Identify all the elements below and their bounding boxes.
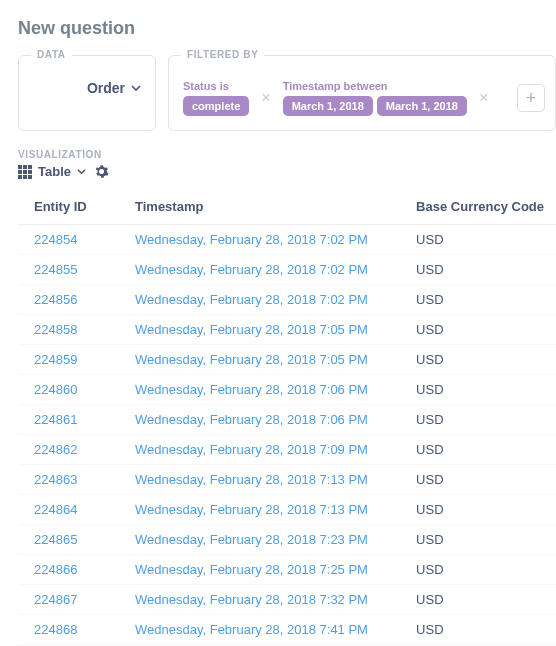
cell-timestamp[interactable]: Wednesday, February 28, 2018 7:25 PM (119, 555, 400, 585)
cell-entity-id[interactable]: 224856 (18, 285, 119, 315)
svg-rect-8 (28, 175, 32, 179)
cell-entity-id[interactable]: 224867 (18, 585, 119, 615)
cell-currency: USD (400, 465, 556, 495)
filter-caption: Status is (183, 80, 249, 92)
cell-currency: USD (400, 405, 556, 435)
cell-currency: USD (400, 285, 556, 315)
svg-rect-5 (28, 170, 32, 174)
cell-entity-id[interactable]: 224865 (18, 525, 119, 555)
chevron-down-icon (131, 83, 141, 93)
filter-caption: Timestamp between (283, 80, 467, 92)
table-row: 224865Wednesday, February 28, 2018 7:23 … (18, 525, 556, 555)
svg-rect-6 (18, 175, 22, 179)
remove-filter-icon[interactable]: × (259, 89, 272, 107)
column-header-entity-id[interactable]: Entity ID (18, 189, 119, 225)
table-row: 224864Wednesday, February 28, 2018 7:13 … (18, 495, 556, 525)
cell-entity-id[interactable]: 224858 (18, 315, 119, 345)
cell-currency: USD (400, 225, 556, 255)
page-title: New question (18, 18, 556, 39)
table-row: 224859Wednesday, February 28, 2018 7:05 … (18, 345, 556, 375)
visualization-type-select[interactable]: Table (18, 164, 86, 179)
filter-status[interactable]: Status is complete (183, 80, 249, 116)
cell-timestamp[interactable]: Wednesday, February 28, 2018 7:23 PM (119, 525, 400, 555)
add-filter-button[interactable]: + (517, 84, 545, 112)
cell-currency: USD (400, 495, 556, 525)
table-row: 224868Wednesday, February 28, 2018 7:41 … (18, 615, 556, 645)
svg-rect-7 (23, 175, 27, 179)
cell-currency: USD (400, 345, 556, 375)
cell-entity-id[interactable]: 224859 (18, 345, 119, 375)
cell-currency: USD (400, 255, 556, 285)
cell-entity-id[interactable]: 224862 (18, 435, 119, 465)
cell-timestamp[interactable]: Wednesday, February 28, 2018 7:09 PM (119, 435, 400, 465)
filter-pill[interactable]: complete (183, 96, 249, 116)
cell-entity-id[interactable]: 224864 (18, 495, 119, 525)
column-header-currency[interactable]: Base Currency Code (400, 189, 556, 225)
data-section-label: DATA (31, 49, 72, 60)
table-row: 224855Wednesday, February 28, 2018 7:02 … (18, 255, 556, 285)
cell-timestamp[interactable]: Wednesday, February 28, 2018 7:41 PM (119, 615, 400, 645)
table-row: 224866Wednesday, February 28, 2018 7:25 … (18, 555, 556, 585)
cell-timestamp[interactable]: Wednesday, February 28, 2018 7:05 PM (119, 315, 400, 345)
table-row: 224854Wednesday, February 28, 2018 7:02 … (18, 225, 556, 255)
cell-entity-id[interactable]: 224854 (18, 225, 119, 255)
cell-entity-id[interactable]: 224855 (18, 255, 119, 285)
cell-currency: USD (400, 315, 556, 345)
results-table: Entity ID Timestamp Base Currency Code 2… (18, 189, 556, 646)
cell-entity-id[interactable]: 224860 (18, 375, 119, 405)
cell-currency: USD (400, 585, 556, 615)
cell-timestamp[interactable]: Wednesday, February 28, 2018 7:32 PM (119, 585, 400, 615)
filter-section-label: FILTERED BY (181, 49, 264, 60)
svg-rect-1 (23, 165, 27, 169)
filter-section: FILTERED BY Status is complete × Timesta… (168, 55, 556, 131)
cell-currency: USD (400, 555, 556, 585)
cell-timestamp[interactable]: Wednesday, February 28, 2018 7:05 PM (119, 345, 400, 375)
cell-timestamp[interactable]: Wednesday, February 28, 2018 7:06 PM (119, 375, 400, 405)
data-source-value: Order (87, 80, 125, 96)
svg-rect-0 (18, 165, 22, 169)
svg-rect-2 (28, 165, 32, 169)
cell-entity-id[interactable]: 224861 (18, 405, 119, 435)
cell-timestamp[interactable]: Wednesday, February 28, 2018 7:13 PM (119, 465, 400, 495)
cell-timestamp[interactable]: Wednesday, February 28, 2018 7:13 PM (119, 495, 400, 525)
cell-entity-id[interactable]: 224863 (18, 465, 119, 495)
column-header-timestamp[interactable]: Timestamp (119, 189, 400, 225)
filter-pill[interactable]: March 1, 2018 (283, 96, 373, 116)
cell-currency: USD (400, 615, 556, 645)
visualization-label: VISUALIZATION (18, 149, 556, 160)
table-icon (18, 165, 32, 179)
cell-currency: USD (400, 525, 556, 555)
table-row: 224861Wednesday, February 28, 2018 7:06 … (18, 405, 556, 435)
table-row: 224863Wednesday, February 28, 2018 7:13 … (18, 465, 556, 495)
table-row: 224856Wednesday, February 28, 2018 7:02 … (18, 285, 556, 315)
data-source-select[interactable]: Order (33, 80, 141, 96)
cell-entity-id[interactable]: 224866 (18, 555, 119, 585)
table-row: 224858Wednesday, February 28, 2018 7:05 … (18, 315, 556, 345)
cell-timestamp[interactable]: Wednesday, February 28, 2018 7:06 PM (119, 405, 400, 435)
gear-icon (94, 164, 109, 179)
cell-currency: USD (400, 375, 556, 405)
table-row: 224860Wednesday, February 28, 2018 7:06 … (18, 375, 556, 405)
cell-timestamp[interactable]: Wednesday, February 28, 2018 7:02 PM (119, 285, 400, 315)
data-section: DATA Order (18, 55, 156, 131)
plus-icon: + (526, 88, 537, 109)
table-row: 224867Wednesday, February 28, 2018 7:32 … (18, 585, 556, 615)
cell-timestamp[interactable]: Wednesday, February 28, 2018 7:02 PM (119, 255, 400, 285)
visualization-settings-button[interactable] (94, 164, 109, 179)
filter-timestamp[interactable]: Timestamp between March 1, 2018 March 1,… (283, 80, 467, 116)
cell-timestamp[interactable]: Wednesday, February 28, 2018 7:02 PM (119, 225, 400, 255)
remove-filter-icon[interactable]: × (477, 89, 490, 107)
cell-entity-id[interactable]: 224868 (18, 615, 119, 645)
table-row: 224862Wednesday, February 28, 2018 7:09 … (18, 435, 556, 465)
svg-rect-3 (18, 170, 22, 174)
filter-pill[interactable]: March 1, 2018 (377, 96, 467, 116)
svg-rect-4 (23, 170, 27, 174)
visualization-type-value: Table (38, 164, 71, 179)
chevron-down-icon (77, 167, 86, 176)
cell-currency: USD (400, 435, 556, 465)
visualization-section: VISUALIZATION Table (18, 149, 556, 179)
